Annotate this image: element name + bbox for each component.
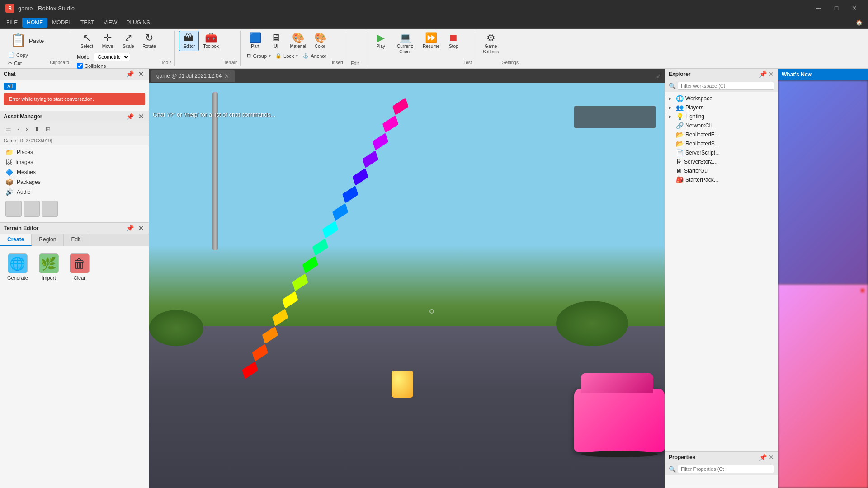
viewport-restore-button[interactable]: ⤢ <box>655 71 663 81</box>
terrain-tab-create[interactable]: Create <box>0 234 32 246</box>
mode-select[interactable]: Geometric Surface <box>94 53 130 61</box>
chat-content: All Error while trying to start conversa… <box>0 80 149 111</box>
asset-forward-button[interactable]: › <box>24 124 30 134</box>
group-dropdown-icon[interactable]: ▾ <box>269 53 271 58</box>
chat-close-button[interactable]: ✕ <box>137 70 145 78</box>
paste-button[interactable]: 📋 Paste <box>6 31 48 51</box>
collisions-checkbox[interactable] <box>77 63 83 69</box>
asset-item-audio[interactable]: 🔊 Audio <box>0 187 149 197</box>
chat-tab-all[interactable]: All <box>4 83 16 90</box>
group-button[interactable]: ⊞ Group ▾ <box>245 52 273 60</box>
copy-button[interactable]: 📄 Copy <box>6 51 48 59</box>
maximize-button[interactable]: □ <box>828 0 844 16</box>
current-client-button[interactable]: 💻 Current:Client <box>392 31 419 57</box>
terrain-import-button[interactable]: 🌿 Import <box>39 253 59 281</box>
replicatedstorage-icon: 📂 <box>676 140 684 147</box>
viewport-tabbar: game @ 01 Jul 2021 12:04 ✕ ⤢ <box>149 69 665 83</box>
packages-icon: 📦 <box>5 178 13 186</box>
resume-button[interactable]: ⏩ Resume <box>420 31 443 51</box>
properties-filter-input[interactable] <box>678 465 774 473</box>
toolbox-icon: 🧰 <box>205 33 217 43</box>
asset-thumb-2 <box>24 201 40 217</box>
viewport-tab-game[interactable]: game @ 01 Jul 2021 12:04 ✕ <box>151 70 235 82</box>
menu-home[interactable]: HOME <box>22 18 47 28</box>
asset-manager-header: Asset Manager 📌 ✕ <box>0 111 149 122</box>
properties-filter-bar: 🔍 <box>665 463 778 475</box>
viewport-tab-close[interactable]: ✕ <box>224 73 229 80</box>
move-button[interactable]: ✛ Move <box>98 31 118 51</box>
home-icon[interactable]: 🏠 <box>852 16 866 29</box>
explorer-item-networkclient[interactable]: 🔗 NetworkCli... <box>665 121 778 130</box>
explorer-item-replicatedstorage[interactable]: 📂 ReplicatedS... <box>665 139 778 148</box>
svg-rect-15 <box>392 98 409 115</box>
asset-item-meshes[interactable]: 🔷 Meshes <box>0 167 149 177</box>
stop-button[interactable]: ⏹ Stop <box>443 31 463 51</box>
explorer-item-startergui[interactable]: 🖥 StarterGui <box>665 166 778 175</box>
explorer-item-serverstorage[interactable]: 🗄 ServerStora... <box>665 157 778 166</box>
asset-item-packages[interactable]: 📦 Packages <box>0 177 149 187</box>
paste-icon: 📋 <box>10 34 26 47</box>
chat-pin-button[interactable]: 📌 <box>125 70 135 78</box>
explorer-pin-button[interactable]: 📌 <box>759 70 767 78</box>
color-button[interactable]: 🎨 Color <box>310 31 330 51</box>
asset-close-button[interactable]: ✕ <box>137 113 145 120</box>
lock-button[interactable]: 🔒 Lock ▾ <box>274 52 300 60</box>
terrain-generate-button[interactable]: 🌐 Generate <box>7 253 28 281</box>
explorer-item-lighting[interactable]: ▶ 💡 Lighting <box>665 112 778 121</box>
terrain-tab-region[interactable]: Region <box>32 234 64 246</box>
part-button[interactable]: 🟦 Part <box>245 31 265 51</box>
scale-button[interactable]: ⤢ Scale <box>118 31 138 51</box>
terrain-tabs: Create Region Edit <box>0 234 149 246</box>
asset-grid-button[interactable]: ⊞ <box>43 124 53 134</box>
images-label: Images <box>15 159 33 165</box>
anchor-button[interactable]: ⚓ Anchor <box>301 52 328 60</box>
game-viewport[interactable]: Chat '/?'' or '/help' for a list of chat… <box>149 83 665 488</box>
menu-model[interactable]: MODEL <box>47 18 76 28</box>
menu-file[interactable]: FILE <box>2 18 22 28</box>
explorer-item-players[interactable]: ▶ 👥 Players <box>665 103 778 112</box>
asset-upload-button[interactable]: ⬆ <box>32 124 42 134</box>
explorer-label: Explorer <box>669 71 691 77</box>
game-settings-button[interactable]: ⚙ GameSettings <box>480 31 502 57</box>
material-button[interactable]: 🎨 Material <box>287 31 309 51</box>
toolbox-button[interactable]: 🧰 Toolbox <box>200 31 222 51</box>
asset-thumbnails <box>0 197 149 221</box>
cut-button[interactable]: ✂ Cut <box>6 59 48 67</box>
terrain-close-button[interactable]: ✕ <box>137 225 145 232</box>
lock-dropdown-icon[interactable]: ▾ <box>296 53 298 58</box>
properties-close-button[interactable]: ✕ <box>769 454 774 461</box>
explorer-item-replicatedfirst[interactable]: 📂 ReplicatedF... <box>665 130 778 139</box>
properties-pin-button[interactable]: 📌 <box>759 454 767 461</box>
minimize-button[interactable]: ─ <box>810 0 826 16</box>
menu-test[interactable]: TEST <box>76 18 99 28</box>
asset-item-places[interactable]: 📁 Places <box>0 147 149 157</box>
whats-new-label[interactable]: What's New <box>778 69 868 80</box>
settings-icon: ⚙ <box>486 33 495 43</box>
images-icon: 🖼 <box>5 159 12 166</box>
explorer-item-serverscriptservice[interactable]: 📄 ServerScript... <box>665 148 778 157</box>
asset-menu-button[interactable]: ☰ <box>4 124 14 134</box>
import-label: Import <box>42 275 56 281</box>
rotate-button[interactable]: ↻ Rotate <box>139 31 159 51</box>
explorer-filter-input[interactable] <box>678 82 774 90</box>
terrain-pin-button[interactable]: 📌 <box>125 225 135 232</box>
asset-item-images[interactable]: 🖼 Images <box>0 157 149 167</box>
chat-hint-text: Chat '/?'' or '/help' for a list of chat… <box>153 110 275 119</box>
asset-back-button[interactable]: ‹ <box>15 124 22 134</box>
select-button[interactable]: ↖ Select <box>77 31 97 51</box>
explorer-close-button[interactable]: ✕ <box>769 70 774 78</box>
menu-plugins[interactable]: PLUGINS <box>122 18 155 28</box>
explorer-item-starterpack[interactable]: 🎒 StarterPack... <box>665 175 778 184</box>
play-button[interactable]: ▶ Play <box>371 31 391 51</box>
asset-pin-button[interactable]: 📌 <box>125 113 135 120</box>
terrain-clear-button[interactable]: 🗑 Clear <box>70 253 90 281</box>
ui-button[interactable]: 🖥 UI <box>266 31 286 51</box>
asset-manager-panel: Asset Manager 📌 ✕ ☰ ‹ › ⬆ ⊞ Game [ID: 27… <box>0 111 149 223</box>
close-button[interactable]: ✕ <box>846 0 863 16</box>
terrain-editor-button[interactable]: 🏔 Editor <box>179 31 199 51</box>
terrain-tab-edit[interactable]: Edit <box>64 234 88 246</box>
explorer-item-workspace[interactable]: ▶ 🌐 Workspace <box>665 94 778 103</box>
menu-view[interactable]: VIEW <box>99 18 122 28</box>
properties-label: Properties <box>669 454 695 460</box>
generate-label: Generate <box>7 275 28 281</box>
